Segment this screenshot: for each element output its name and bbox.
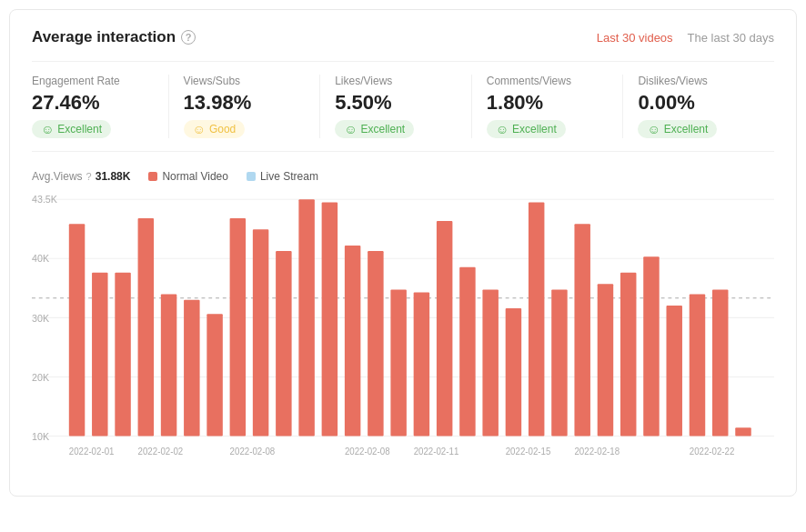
svg-rect-18	[230, 218, 246, 436]
metric-badge-comments-views: ☺ Excellent	[487, 120, 566, 138]
svg-text:10K: 10K	[32, 430, 50, 441]
metric-views-subs: Views/Subs 13.98% ☺ Good	[169, 75, 321, 138]
svg-rect-39	[712, 289, 728, 436]
legend-avg: Avg.Views ? 31.88K	[32, 170, 130, 183]
svg-rect-16	[184, 300, 199, 437]
smiley-icon-views-subs: ☺	[193, 122, 206, 136]
chart-area: Avg.Views ? 31.88K Normal Video Live Str…	[32, 165, 774, 481]
svg-text:30K: 30K	[32, 312, 50, 323]
normal-video-label: Normal Video	[162, 170, 227, 183]
badge-label-engagement-rate: Excellent	[57, 123, 102, 136]
metric-badge-dislikes-views: ☺ Excellent	[638, 120, 717, 138]
metric-label-likes-views: Likes/Views	[335, 75, 457, 87]
svg-rect-13	[115, 273, 130, 437]
metric-value-dislikes-views: 0.00%	[638, 91, 760, 115]
average-interaction-card: Average interaction ? Last 30 videos The…	[9, 9, 797, 497]
svg-rect-36	[643, 256, 659, 436]
svg-rect-15	[161, 295, 176, 437]
metric-engagement-rate: Engagement Rate 27.46% ☺ Excellent	[32, 75, 169, 138]
svg-rect-27	[437, 221, 452, 436]
metric-value-engagement-rate: 27.46%	[32, 91, 154, 115]
svg-rect-37	[666, 306, 681, 436]
badge-label-views-subs: Good	[209, 123, 236, 136]
smiley-icon-dislikes-views: ☺	[647, 122, 660, 136]
card-title: Average interaction ?	[32, 28, 196, 46]
svg-rect-22	[322, 202, 338, 436]
svg-rect-34	[598, 284, 613, 436]
metric-badge-likes-views: ☺ Excellent	[335, 120, 414, 138]
avg-label: Avg.Views	[32, 170, 83, 183]
live-stream-dot	[247, 172, 256, 181]
metrics-row: Engagement Rate 27.46% ☺ Excellent Views…	[32, 61, 774, 152]
badge-label-comments-views: Excellent	[512, 123, 557, 136]
smiley-icon-likes-views: ☺	[344, 122, 357, 136]
svg-rect-21	[298, 199, 314, 436]
svg-rect-26	[414, 293, 429, 437]
help-icon[interactable]: ?	[181, 30, 196, 45]
normal-video-dot	[148, 172, 157, 181]
metric-likes-views: Likes/Views 5.50% ☺ Excellent	[320, 75, 472, 138]
svg-text:43.5K: 43.5K	[32, 194, 58, 205]
svg-rect-14	[138, 218, 154, 436]
svg-rect-19	[253, 229, 268, 436]
card-header: Average interaction ? Last 30 videos The…	[32, 28, 774, 46]
svg-rect-33	[574, 224, 589, 436]
legend-normal-video: Normal Video	[148, 170, 227, 183]
svg-rect-35	[620, 273, 636, 437]
tab-last30days[interactable]: The last 30 days	[688, 31, 774, 45]
svg-text:40K: 40K	[32, 253, 50, 264]
badge-label-dislikes-views: Excellent	[664, 123, 709, 136]
svg-text:2022-02-11: 2022-02-11	[414, 447, 459, 457]
svg-text:20K: 20K	[32, 371, 50, 382]
metric-dislikes-views: Dislikes/Views 0.00% ☺ Excellent	[623, 75, 774, 138]
badge-label-likes-views: Excellent	[360, 123, 405, 136]
svg-rect-31	[529, 202, 544, 436]
svg-rect-11	[69, 224, 85, 436]
svg-rect-23	[345, 246, 360, 437]
title-text: Average interaction	[32, 28, 176, 46]
smiley-icon-comments-views: ☺	[496, 122, 509, 136]
bar-chart-svg: 43.5K 40K 30K 20K 10K	[32, 190, 774, 481]
svg-rect-29	[482, 289, 498, 436]
period-tabs: Last 30 videos The last 30 days	[597, 31, 774, 45]
svg-rect-17	[207, 314, 222, 436]
svg-rect-30	[506, 308, 521, 436]
metric-badge-engagement-rate: ☺ Excellent	[32, 120, 111, 138]
metric-value-views-subs: 13.98%	[184, 91, 306, 115]
metric-value-comments-views: 1.80%	[487, 91, 609, 115]
svg-text:2022-02-18: 2022-02-18	[574, 447, 620, 457]
svg-rect-28	[459, 267, 475, 437]
metric-label-comments-views: Comments/Views	[487, 75, 609, 87]
legend-live-stream: Live Stream	[247, 170, 318, 183]
bar-chart-wrapper: 43.5K 40K 30K 20K 10K	[32, 190, 774, 481]
svg-rect-40	[735, 427, 751, 436]
svg-rect-38	[690, 295, 705, 437]
metric-label-views-subs: Views/Subs	[184, 75, 306, 87]
svg-rect-25	[390, 289, 406, 436]
svg-text:2022-02-01: 2022-02-01	[69, 447, 115, 457]
svg-rect-24	[368, 251, 383, 436]
metric-label-engagement-rate: Engagement Rate	[32, 75, 154, 87]
svg-text:2022-02-08: 2022-02-08	[230, 447, 276, 457]
svg-text:2022-02-22: 2022-02-22	[690, 447, 735, 457]
svg-text:2022-02-02: 2022-02-02	[138, 447, 184, 457]
metric-badge-views-subs: ☺ Good	[184, 120, 246, 138]
svg-rect-12	[92, 273, 107, 437]
svg-text:2022-02-08: 2022-02-08	[345, 447, 390, 457]
svg-rect-20	[276, 251, 291, 436]
smiley-icon-engagement-rate: ☺	[41, 122, 54, 136]
live-stream-label: Live Stream	[260, 170, 318, 183]
metric-label-dislikes-views: Dislikes/Views	[638, 75, 760, 87]
avg-help-icon: ?	[86, 171, 92, 182]
metric-value-likes-views: 5.50%	[335, 91, 457, 115]
avg-value: 31.88K	[96, 170, 131, 183]
metric-comments-views: Comments/Views 1.80% ☺ Excellent	[472, 75, 624, 138]
svg-rect-32	[551, 289, 567, 436]
tab-last30videos[interactable]: Last 30 videos	[597, 31, 673, 45]
chart-legend: Avg.Views ? 31.88K Normal Video Live Str…	[32, 170, 774, 183]
svg-text:2022-02-15: 2022-02-15	[506, 447, 551, 457]
